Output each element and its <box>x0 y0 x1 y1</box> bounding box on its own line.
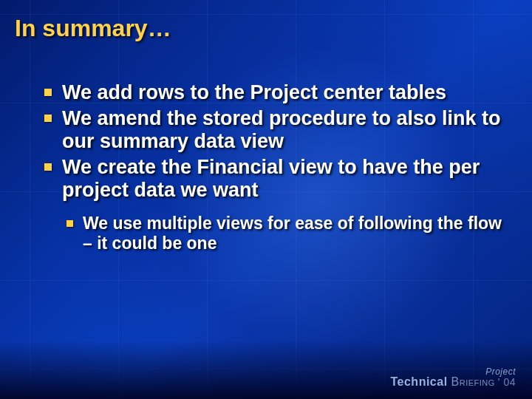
footer-branding: Project Technical Briefing' 04 <box>390 367 516 389</box>
bullet-item: We add rows to the Project center tables <box>44 81 502 104</box>
sub-bullet-list: We use multiple views for ease of follow… <box>44 214 502 253</box>
bullet-item: We create the Financial view to have the… <box>44 156 502 202</box>
slide: In summary… We add rows to the Project c… <box>0 0 532 399</box>
footer-word-briefing: Briefing <box>451 375 495 388</box>
slide-title: In summary… <box>15 15 171 42</box>
bullet-list: We add rows to the Project center tables… <box>44 81 502 256</box>
footer-year: ' 04 <box>498 376 516 388</box>
bullet-item-container: ul.main > li:nth-child(4)::before{displa… <box>44 214 502 253</box>
bullet-item: We amend the stored procedure to also li… <box>44 107 502 153</box>
footer-word-technical: Technical <box>390 375 447 388</box>
sub-bullet-item: We use multiple views for ease of follow… <box>66 214 502 253</box>
